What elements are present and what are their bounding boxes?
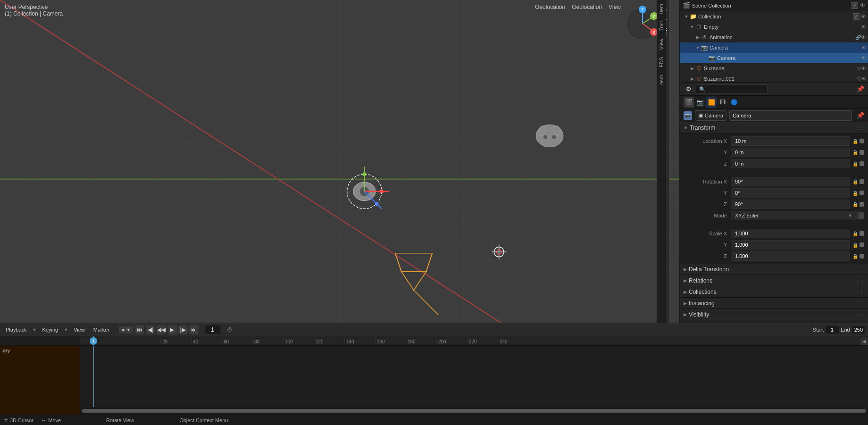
collections-header[interactable]: ▶ Collections ⋮⋮ xyxy=(680,286,868,298)
loc-y-keyframe[interactable] xyxy=(860,150,864,155)
eye-suzanne001[interactable]: 👁 xyxy=(861,76,866,82)
outliner-collection[interactable]: ▼ 📁 Collection ✓ 👁 xyxy=(680,11,868,22)
timeline-scroll-area[interactable]: 1 20 40 60 80 100 120 140 160 180 200 22… xyxy=(80,336,868,415)
scale-x-keyframe[interactable] xyxy=(860,231,864,236)
geolocation-menu[interactable]: Geolocation xyxy=(533,3,567,11)
tab-tool[interactable]: Tool xyxy=(658,17,665,34)
outliner-animation[interactable]: ▶ ⏱ Animation 🔗 👁 xyxy=(680,32,868,42)
tab-item[interactable]: Item xyxy=(658,0,665,17)
rot-x-keyframe[interactable] xyxy=(860,179,864,184)
rot-y-lock[interactable]: 🔒 xyxy=(852,190,859,196)
rot-z-lock[interactable]: 🔒 xyxy=(852,201,859,208)
outliner-camera-obj[interactable]: ▼ 📷 Camera 👁 xyxy=(680,42,868,53)
filter-icon-btn[interactable]: ⚙ xyxy=(684,84,694,94)
eye-empty[interactable]: 👁 xyxy=(861,24,866,30)
scale-y-field[interactable]: 1.000 xyxy=(731,240,850,250)
prop-tab-scene[interactable]: 🎬 xyxy=(684,97,694,108)
scale-z-field[interactable]: 1.000 xyxy=(731,251,850,261)
scale-z-keyframe[interactable] xyxy=(860,254,864,258)
tab-fds[interactable]: FDS xyxy=(658,53,665,71)
timeline-content[interactable] xyxy=(80,346,868,407)
scale-x-lock[interactable]: 🔒 xyxy=(852,230,859,237)
rot-x-lock[interactable]: 🔒 xyxy=(852,178,859,185)
playback-menu-btn[interactable]: Playback xyxy=(3,326,30,333)
scrollbar-thumb[interactable] xyxy=(82,409,866,413)
obj-pin-btn[interactable]: 📌 xyxy=(857,112,864,119)
eye-camera-obj[interactable]: 👁 xyxy=(861,45,866,50)
viewport-gizmo[interactable]: Z Y X xyxy=(624,5,661,42)
scale-z-lock[interactable]: 🔒 xyxy=(852,253,859,259)
prop-tab-render[interactable]: 📷 xyxy=(695,97,705,108)
sync-dropdown[interactable]: ● ▼ xyxy=(119,326,134,333)
viewport[interactable]: User Perspective (1) Collection | Camera… xyxy=(0,0,679,323)
delta-transform-header[interactable]: ▶ Delta Transform ⋮⋮ xyxy=(680,264,868,275)
loc-x-lock[interactable]: 🔒 xyxy=(852,138,859,144)
next-keyframe-btn[interactable]: |▶ xyxy=(178,325,188,334)
rotation-x-row: Rotation X 90° 🔒 xyxy=(680,176,868,187)
loc-y-lock[interactable]: 🔒 xyxy=(852,149,859,156)
loc-z-field[interactable]: 0 m xyxy=(731,159,850,168)
loc-z-lock[interactable]: 🔒 xyxy=(852,160,859,167)
search-properties[interactable] xyxy=(696,84,768,94)
outliner-suzanne001[interactable]: ▶ ▽ Suzanne.001 ▽ 👁 xyxy=(680,74,868,83)
prev-keyframe-btn[interactable]: ◀| xyxy=(146,325,155,334)
visibility-header[interactable]: ▶ Visibility ⋮⋮ xyxy=(680,309,868,320)
pin-btn[interactable]: 📌 xyxy=(857,85,864,92)
eye-camera-data[interactable]: 👁 xyxy=(861,55,866,61)
visibility-arrow: ▶ xyxy=(684,312,687,317)
rot-z-field[interactable]: 90° xyxy=(731,200,850,209)
eye-animation[interactable]: 👁 xyxy=(861,34,866,40)
checkbox-collection[interactable]: ✓ xyxy=(853,13,860,20)
outliner-empty[interactable]: ▼ ⬡ Empty 👁 xyxy=(680,22,868,32)
play-reverse-btn[interactable]: ◀◀ xyxy=(157,325,166,334)
loc-x-keyframe[interactable] xyxy=(860,139,864,143)
view-menu-btn-tl[interactable]: View xyxy=(71,326,88,333)
obj-name-field[interactable] xyxy=(729,110,852,121)
start-frame-field[interactable]: 1 xyxy=(826,326,839,333)
prop-tab-mat[interactable]: 🔵 xyxy=(729,97,739,108)
eye-scene[interactable]: 👁 xyxy=(860,2,865,9)
mark-40: 40 xyxy=(191,338,222,344)
obj-name-dropdown[interactable]: ▣ Camera xyxy=(695,110,726,121)
eye-collection[interactable]: 👁 xyxy=(861,14,866,19)
rot-x-value: 90° xyxy=(735,179,743,184)
geolocation-label: Geolocation xyxy=(570,3,604,11)
scrollbar-track[interactable] xyxy=(82,409,866,413)
move-status: ↔ Move xyxy=(41,417,61,423)
eye-suzanne[interactable]: 👁 xyxy=(861,66,866,71)
rot-z-keyframe[interactable] xyxy=(860,202,864,207)
rot-mode-dropdown[interactable]: XYZ Euler ▼ xyxy=(731,211,857,220)
marker-menu-btn[interactable]: Marker xyxy=(91,326,112,333)
scale-y-keyframe[interactable] xyxy=(860,242,864,247)
jump-end-btn[interactable]: ⏭ xyxy=(189,325,199,334)
keying-menu-btn[interactable]: Keying xyxy=(40,326,61,333)
viewport-background xyxy=(0,0,679,323)
rot-y-field[interactable]: 0° xyxy=(731,188,850,198)
rot-x-field[interactable]: 90° xyxy=(731,177,850,186)
jump-start-btn[interactable]: ⏮ xyxy=(135,325,144,334)
loc-z-keyframe[interactable] xyxy=(860,161,864,166)
current-frame-display[interactable]: 1 xyxy=(205,325,220,334)
loc-y-field[interactable]: 0 m xyxy=(731,148,850,157)
icon-empty: ⬡ xyxy=(695,23,702,31)
relations-header[interactable]: ▶ Relations ⋮⋮ xyxy=(680,275,868,286)
scale-x-field[interactable]: 1.000 xyxy=(731,229,850,238)
outliner-suzanne[interactable]: ▶ ▽ Suzanne ▽ 👁 xyxy=(680,63,868,74)
play-btn[interactable]: ▶ xyxy=(167,325,177,334)
tab-view[interactable]: View xyxy=(658,35,665,54)
checkbox-scene[interactable]: ✓ xyxy=(851,2,858,9)
prop-tab-obj[interactable]: 🟧 xyxy=(706,97,717,108)
scale-y-lock[interactable]: 🔒 xyxy=(852,242,859,248)
end-frame-field[interactable]: 250 xyxy=(852,326,865,333)
tab-osm[interactable]: osm xyxy=(658,71,665,89)
transform-section-header[interactable]: ▼ Transform ⋮⋮ xyxy=(680,122,868,133)
loc-x-field[interactable]: 10 m xyxy=(731,136,850,146)
prop-tab-data[interactable]: 🎞 xyxy=(718,97,728,108)
scale-y-value: 1.000 xyxy=(735,242,748,248)
rot-mode-dots[interactable]: ⋮ xyxy=(858,212,864,219)
rot-y-keyframe[interactable] xyxy=(860,191,864,195)
view-menu-btn[interactable]: View xyxy=(607,3,623,11)
collapse-btn[interactable]: ◀ xyxy=(860,337,868,345)
outliner-camera-data[interactable]: 📷 Camera 👁 xyxy=(680,53,868,63)
instancing-header[interactable]: ▶ Instancing ⋮⋮ xyxy=(680,298,868,309)
